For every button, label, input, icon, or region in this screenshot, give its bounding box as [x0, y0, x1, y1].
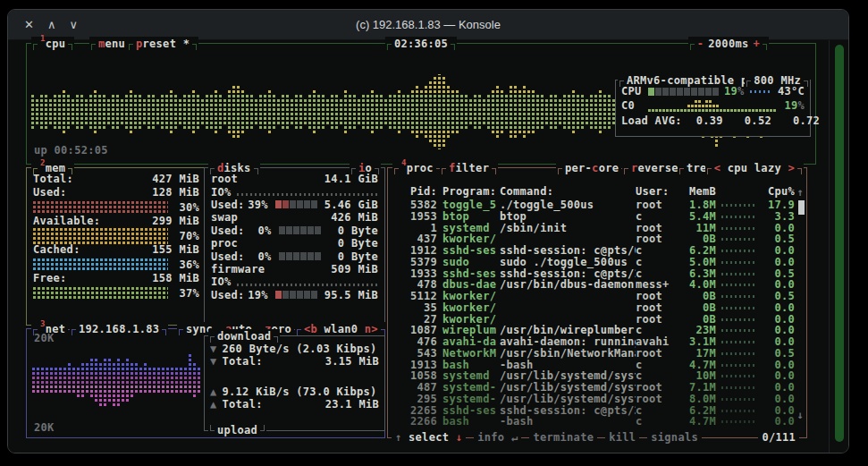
- disk-used-value: 95.5 MiB: [324, 289, 378, 301]
- proc-sort-selector[interactable]: < cpu lazy >: [705, 161, 804, 175]
- process-row[interactable]: 1087wireplum/usr/bin/wireplumberc23M0.0: [394, 325, 795, 336]
- proc-percore-button[interactable]: per-core: [556, 161, 628, 175]
- interval-plus-button[interactable]: +: [753, 38, 760, 51]
- process-user: c: [636, 325, 680, 336]
- process-mem: 6.2M: [680, 245, 716, 257]
- process-row[interactable]: 543NetworkM/usr/sbin/NetworkManagerroot1…: [394, 348, 795, 360]
- process-mem: 4.0M: [680, 279, 716, 291]
- process-row[interactable]: 5379sudosudo ./toggle_500usc5.0M0.0: [394, 257, 795, 268]
- mem-stat-value: 155 MiB: [152, 243, 199, 257]
- signals-button[interactable]: signals: [647, 431, 702, 444]
- disk-io-row: IO%: [211, 185, 378, 198]
- process-pid: 1058: [394, 370, 437, 382]
- net-graph-column: [198, 347, 202, 422]
- process-row[interactable]: 2265sshd-sessshd-session: c@pts/2c6.2M0.…: [394, 405, 795, 417]
- process-cpu: 0.0: [763, 245, 795, 257]
- clock: 02:36:05: [385, 37, 457, 51]
- process-row[interactable]: 35kworker/root0B0.0: [394, 302, 795, 314]
- process-mem: 0B: [680, 302, 716, 314]
- process-cpu-graph: [716, 295, 763, 298]
- mem-meter-row: 36%: [33, 257, 199, 272]
- disk-used-label: Used:: [211, 225, 245, 237]
- process-cpu-graph: [716, 386, 763, 389]
- terminal-scrollbar[interactable]: [829, 40, 848, 453]
- select-button[interactable]: ↑ select ↓: [392, 431, 466, 444]
- close-icon[interactable]: ✕: [24, 19, 34, 30]
- process-cpu-graph: [716, 204, 763, 207]
- disk-name: firmware: [211, 263, 265, 275]
- process-command: -bash: [500, 360, 636, 371]
- process-program: systemd: [442, 223, 500, 234]
- disk-meter-block: [304, 291, 310, 299]
- mem-meter: [33, 287, 168, 299]
- proc-table-header: Pid: Program: Command: User: MemB Cpu%: [394, 186, 795, 198]
- up-arrow-icon: ▲: [210, 398, 217, 411]
- process-user: root: [636, 233, 680, 245]
- cpu-meter-block: [662, 88, 669, 96]
- process-row[interactable]: 5112kworker/root0B0.5: [394, 291, 795, 302]
- screen: ✕ ∧ ∨ (c) 192.168.1.83 — Konsole 1cpu me…: [0, 0, 868, 466]
- process-row[interactable]: 1953btopbtopc5.4M3.3: [394, 211, 795, 223]
- proc-filter-button[interactable]: filter: [440, 161, 498, 175]
- mem-meter-percent: 70%: [174, 230, 199, 242]
- process-row[interactable]: 437kworker/root0B0.5: [394, 233, 795, 245]
- disk-name-row: proc0 Byte: [211, 237, 378, 250]
- process-row[interactable]: 1913bash-bashc4.7M0.0: [394, 360, 795, 371]
- minimize-icon[interactable]: ∨: [69, 19, 78, 30]
- process-pid: 5382: [394, 199, 437, 211]
- process-row[interactable]: 295systemd-/usr/lib/systemd/systemd-root…: [394, 394, 795, 405]
- net-io-box: download ▼260 Byte/s (2.03 Kibps) ▼Total…: [204, 335, 385, 431]
- process-row[interactable]: 5382toggle_5./toggle_500usroot1.8M17.9: [394, 199, 795, 211]
- mem-stat-label: Total:: [33, 173, 73, 186]
- process-cpu: 0.0: [763, 405, 795, 417]
- core-usage-graph: [648, 99, 780, 113]
- cpu-panel: 1cpu menu preset * 02:36:05 -2000ms+ up …: [26, 43, 816, 165]
- process-row[interactable]: 476avahi-daavahi-daemon: running [c.avah…: [394, 336, 795, 348]
- process-cpu: 0.0: [763, 223, 795, 234]
- disk-meter-block: [315, 252, 321, 260]
- window-controls: ✕ ∧ ∨: [24, 19, 78, 30]
- process-row[interactable]: 1systemd/sbin/initroot11M0.0: [394, 223, 795, 234]
- process-cpu: 0.0: [763, 325, 795, 336]
- terminate-button[interactable]: terminate: [529, 431, 597, 444]
- process-row[interactable]: 1912sshd-sessshd-session: c@pts/0c6.2M0.…: [394, 245, 795, 257]
- kill-button[interactable]: kill: [605, 431, 639, 444]
- process-cpu-graph: [716, 273, 763, 275]
- disk-used-meter: [279, 252, 321, 260]
- scrollbar-thumb[interactable]: [835, 45, 844, 442]
- process-program: systemd-: [442, 394, 500, 405]
- cpu-meter-block: [655, 88, 662, 96]
- scroll-down-icon[interactable]: ↓: [796, 409, 804, 421]
- proc-scrollbar-thumb[interactable]: [798, 200, 805, 215]
- process-user: c: [636, 257, 680, 268]
- process-row[interactable]: 1933sshd-sessshd-session: c@pts/1c6.3M0.…: [394, 268, 795, 280]
- process-row[interactable]: 2266bash-bashc4.7M0.0: [394, 416, 795, 428]
- cpu-meter-block: [670, 88, 676, 96]
- interval-minus-button[interactable]: -: [697, 38, 704, 51]
- titlebar[interactable]: ✕ ∧ ∨ (c) 192.168.1.83 — Konsole: [8, 10, 848, 40]
- process-row[interactable]: 478dbus-dae/usr/bin/dbus-daemon --symess…: [394, 279, 795, 291]
- process-user: root: [636, 314, 680, 326]
- disk-used-value: 5.46 GiB: [324, 199, 378, 211]
- process-cpu-graph: [716, 352, 763, 355]
- disk-io-graph: [237, 284, 378, 286]
- process-program: toggle_5: [442, 199, 500, 211]
- process-row[interactable]: 1058systemd/usr/lib/systemd/systemdc10M0…: [394, 370, 795, 382]
- mem-stat-value: 128 MiB: [152, 186, 199, 199]
- scroll-up-icon[interactable]: ↑: [796, 186, 804, 199]
- process-cpu: 0.0: [763, 394, 795, 405]
- process-program: sshd-ses: [442, 405, 500, 417]
- disk-size: 14.1 GiB: [324, 173, 378, 185]
- process-program: systemd-: [442, 382, 500, 394]
- preset-button[interactable]: preset *: [127, 37, 198, 51]
- process-program: kworker/: [442, 233, 500, 245]
- process-cpu: 0.5: [763, 233, 795, 245]
- disk-used-label: Used:: [211, 250, 245, 263]
- disk-name-row: firmware509 MiB: [211, 263, 378, 275]
- info-button[interactable]: info ↵: [474, 431, 521, 444]
- process-row[interactable]: 27kworker/root0B0.0: [394, 314, 795, 326]
- process-row[interactable]: 487systemd-/usr/lib/systemd/systemd-root…: [394, 382, 795, 394]
- disk-meter-block: [308, 226, 314, 234]
- process-program: wireplum: [442, 325, 500, 336]
- maximize-icon[interactable]: ∧: [47, 19, 56, 30]
